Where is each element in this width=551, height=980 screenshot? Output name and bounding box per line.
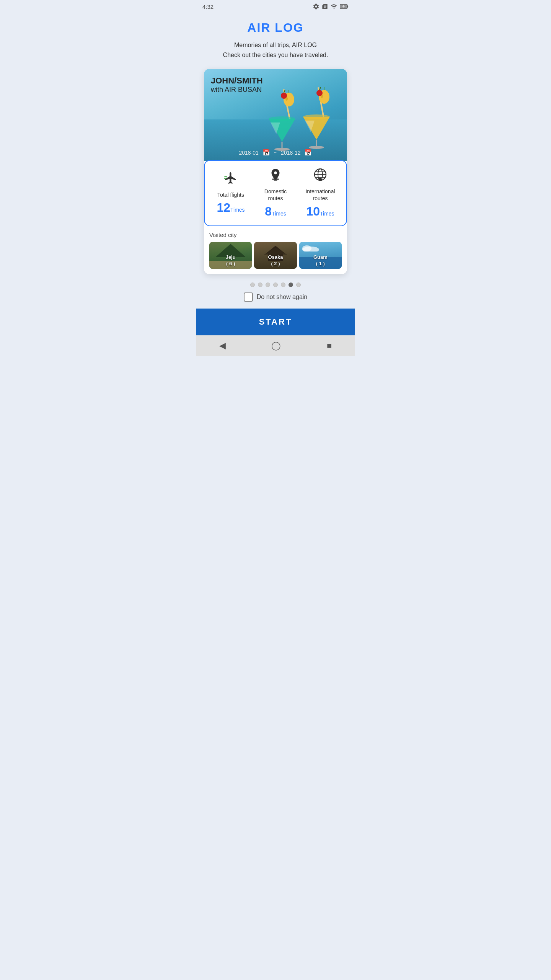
dot-7[interactable] (296, 283, 301, 287)
stat-domestic-routes: Domestic routes 8Times (253, 168, 298, 218)
dot-5[interactable] (281, 283, 285, 287)
svg-rect-28 (274, 180, 277, 181)
date-separator: ~ (274, 150, 277, 156)
city-grid: Jeju ( 6 ) Osaka ( 2 ) (209, 242, 342, 269)
svg-point-7 (281, 93, 287, 99)
cocktails-illustration (255, 84, 339, 153)
travel-card: JOHN/SMITH with AIR BUSAN (204, 69, 347, 274)
date-to: 2018-12 (281, 150, 300, 156)
svg-line-19 (320, 87, 321, 90)
stat-international-routes: International routes 10Times (298, 168, 342, 218)
battery-icon (340, 4, 349, 9)
dot-6[interactable] (289, 283, 293, 287)
domestic-icon (269, 168, 282, 184)
visited-title: Visited city (209, 232, 342, 238)
international-label: International routes (305, 188, 335, 202)
airline-name: with AIR BUSAN (211, 86, 263, 94)
svg-line-25 (225, 176, 227, 177)
date-row: 2018-01 📅 ~ 2018-12 📅 (204, 149, 347, 156)
do-not-show-label: Do not show again (257, 294, 308, 301)
date-from: 2018-01 (239, 150, 259, 156)
svg-point-41 (302, 245, 311, 252)
svg-point-18 (316, 90, 323, 96)
do-not-show-checkbox[interactable] (244, 292, 253, 302)
svg-point-23 (309, 146, 324, 149)
svg-line-26 (225, 178, 227, 179)
domestic-label: Domestic routes (264, 188, 287, 202)
status-bar: 4:32 (196, 0, 355, 13)
status-icons (313, 3, 349, 10)
city-osaka[interactable]: Osaka ( 2 ) (254, 242, 297, 269)
main-content: AIR LOG Memories of all trips, AIR LOG C… (196, 13, 355, 309)
start-button[interactable]: START (196, 309, 355, 335)
no-show-row: Do not show again (238, 292, 314, 302)
calendar-icon-to: 📅 (304, 149, 312, 156)
gear-icon (313, 3, 320, 10)
drinks-scene: JOHN/SMITH with AIR BUSAN (204, 69, 347, 161)
dot-3[interactable] (266, 283, 270, 287)
wifi-icon (330, 3, 338, 10)
sim-icon (322, 3, 328, 10)
stats-panel: Total flights 12Times Domestic rou (204, 160, 347, 226)
dot-2[interactable] (258, 283, 262, 287)
status-time: 4:32 (202, 3, 214, 10)
back-button[interactable]: ◀ (219, 341, 226, 351)
domestic-value: 8Times (265, 204, 286, 219)
home-button[interactable]: ◯ (271, 341, 281, 351)
total-flights-value: 12Times (217, 201, 245, 215)
app-title: AIR LOG (247, 21, 303, 35)
svg-marker-9 (269, 119, 295, 142)
dot-1[interactable] (250, 283, 255, 287)
svg-rect-35 (319, 179, 322, 180)
svg-rect-34 (319, 178, 321, 179)
calendar-icon-from: 📅 (262, 149, 270, 156)
svg-marker-20 (303, 117, 330, 140)
subtitle: Memories of all trips, AIR LOG Check out… (223, 40, 328, 60)
city-guam[interactable]: Guam ( 1 ) (299, 242, 342, 269)
svg-rect-1 (347, 5, 348, 8)
nav-bar: ◀ ◯ ■ (196, 335, 355, 356)
pagination (250, 283, 301, 287)
international-value: 10Times (306, 204, 334, 219)
city-jeju-label: Jeju ( 6 ) (226, 254, 236, 267)
stat-total-flights: Total flights 12Times (209, 171, 253, 215)
recents-button[interactable]: ■ (327, 341, 332, 351)
city-jeju[interactable]: Jeju ( 6 ) (209, 242, 252, 269)
card-image: JOHN/SMITH with AIR BUSAN (204, 69, 347, 161)
user-name: JOHN/SMITH (211, 76, 263, 86)
airplane-icon (224, 171, 238, 188)
visited-section: Visited city Jeju ( 6 ) (204, 226, 347, 274)
dot-4[interactable] (273, 283, 278, 287)
svg-point-21 (303, 114, 330, 119)
svg-rect-27 (272, 179, 279, 180)
card-user-info: JOHN/SMITH with AIR BUSAN (211, 76, 263, 94)
svg-point-10 (269, 116, 295, 121)
total-flights-label: Total flights (217, 191, 244, 198)
city-guam-label: Guam ( 1 ) (313, 254, 328, 267)
international-icon (313, 168, 327, 184)
svg-marker-39 (264, 248, 287, 255)
city-osaka-label: Osaka ( 2 ) (268, 254, 283, 267)
